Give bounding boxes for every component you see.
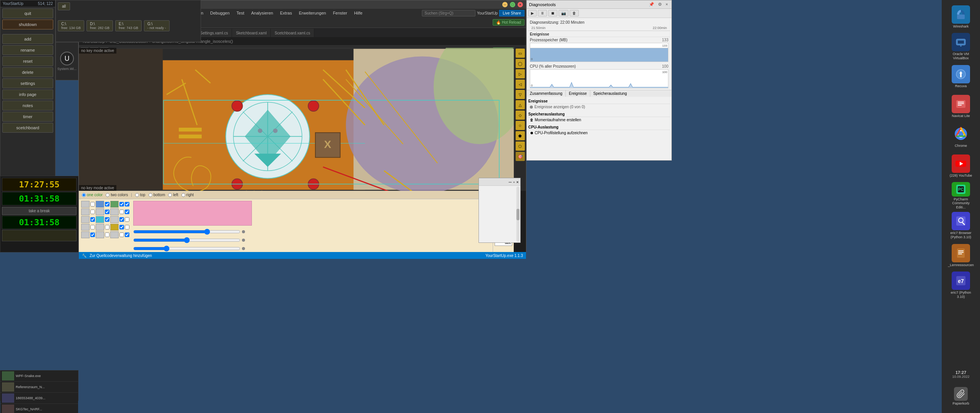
checkbox-3a[interactable] (90, 217, 95, 222)
search-box[interactable]: Suchen (Strg+Q) (422, 10, 475, 16)
checkbox-3b[interactable] (105, 217, 109, 222)
diag-toolbar-btn-1[interactable]: ▶ (528, 10, 537, 16)
color-cell-1[interactable] (81, 201, 90, 208)
drive-d[interactable]: D:\ free: 282 GB (87, 20, 113, 31)
color-cell-13[interactable] (81, 231, 90, 238)
color-cell-4[interactable] (81, 208, 90, 215)
color-cell-10[interactable] (81, 224, 90, 231)
task-skgtec[interactable]: SKGTec_NARF... (0, 404, 78, 413)
scetchboard-button[interactable]: scetchboard (2, 123, 53, 133)
taskbar-icon-lernressourcen[interactable]: _Lernressourcen (947, 242, 975, 269)
float-panel-2-close[interactable]: × (516, 180, 519, 184)
diag-toolbar-btn-3[interactable]: ⏹ (548, 10, 557, 16)
taskbar-icon-virtualbox[interactable]: Oracle VM VirtualBox (947, 33, 975, 60)
taskbar-icon-eric7-browser[interactable]: eric7 Browser (Python 3.10) (947, 212, 975, 239)
menu-test[interactable]: Test (234, 10, 247, 16)
live-share-button[interactable]: Live Share (499, 10, 524, 16)
diag-toolbar-btn-5[interactable]: 🗑 (570, 10, 579, 16)
taskbar-icon-navicat[interactable]: Navicat Lite (947, 93, 975, 120)
taskbar-icon-paperclip[interactable]: Papierkorb (947, 382, 975, 410)
diag-close-icon[interactable]: × (665, 2, 669, 7)
diag-snapshot-btn[interactable]: 🗑 Momentaufnahme erstellen (528, 117, 670, 123)
settings-button[interactable]: settings (2, 78, 53, 88)
color-cell-12[interactable] (110, 224, 119, 231)
taskbar-icon-pycharm[interactable]: PC PyCharm Community Editi... (947, 182, 975, 210)
side-icon-2[interactable]: ◯ (516, 59, 525, 68)
timer-button[interactable]: timer (2, 112, 53, 122)
side-icon-1[interactable]: ▭ (516, 49, 525, 58)
slider-3[interactable] (133, 246, 240, 252)
color-cell-15[interactable] (110, 231, 119, 238)
checkbox-5d[interactable] (125, 233, 129, 237)
diag-tab-summary[interactable]: Zusammenfassung (527, 90, 566, 97)
menu-fenster[interactable]: Fenster (330, 10, 350, 16)
checkbox-2c[interactable] (119, 210, 124, 214)
checkbox-1d[interactable] (125, 202, 129, 206)
info-page-button[interactable]: info page (2, 89, 53, 99)
checkbox-2b[interactable] (105, 210, 109, 214)
checkbox-3d[interactable] (125, 217, 129, 222)
menu-erweiterungen[interactable]: Erweiterungen (296, 10, 329, 16)
rename-button[interactable]: rename (2, 45, 53, 55)
drive-g[interactable]: G:\ - not ready - (144, 20, 170, 31)
taskbar-icon-youtube[interactable]: (228) YouTube (947, 152, 975, 180)
checkbox-1c[interactable] (119, 202, 124, 206)
side-icon-8[interactable]: ☆ (516, 121, 525, 130)
reset-button[interactable]: reset (2, 56, 53, 66)
taskbar-icon-chrome[interactable]: Chrome (947, 122, 975, 150)
color-cell-14[interactable] (96, 231, 104, 238)
color-cell-2[interactable] (96, 201, 104, 208)
diag-pin-icon[interactable]: 📌 (648, 2, 655, 7)
hot-reload-button[interactable]: 🔥 Hot Reload (493, 19, 524, 26)
diag-settings-icon[interactable]: ⚙ (657, 2, 663, 7)
quit-button[interactable]: quit (2, 8, 53, 18)
checkbox-1a[interactable] (90, 202, 95, 206)
close-button[interactable]: × (518, 2, 523, 7)
diag-tab-memory[interactable]: Speicherauslastung (590, 90, 630, 97)
menu-extras[interactable]: Extras (277, 10, 295, 16)
taskbar-icon-wireshark[interactable]: Wireshark (947, 3, 975, 31)
float-panel-2-box[interactable]: ▫ (513, 180, 515, 184)
color-cell-11[interactable] (96, 224, 104, 231)
task-wpf-snake[interactable]: WPF-Snake.exe (0, 371, 78, 382)
scrollbar-vertical[interactable] (516, 187, 519, 242)
side-icon-7[interactable]: ◇ (516, 111, 525, 120)
diag-toolbar-btn-4[interactable]: 📷 (559, 10, 568, 16)
tab-scetchboard-cs[interactable]: Scetchboard.xaml.cs (271, 29, 314, 37)
task-referenz[interactable]: Referenzraum_N... (0, 382, 78, 393)
side-icon-4[interactable]: ◁ (516, 80, 525, 89)
side-icon-3[interactable]: ▷ (516, 69, 525, 78)
notes-button[interactable]: notes (2, 101, 53, 111)
drive-e[interactable]: E:\ free: 743 GB (115, 20, 142, 31)
add-button[interactable]: add (2, 34, 53, 44)
checkbox-4c[interactable] (119, 225, 124, 229)
menu-analysieren[interactable]: Analysieren (248, 10, 276, 16)
taskbar-icon-eric7[interactable]: e7 eric7 (Python 3.10) (947, 272, 975, 299)
delete-button[interactable]: delete (2, 67, 53, 77)
minimize-button[interactable]: ─ (502, 2, 508, 7)
slider-1[interactable] (133, 229, 240, 235)
all-drives-button[interactable]: all (58, 2, 70, 10)
menu-hilfe[interactable]: Hilfe (351, 10, 366, 16)
checkbox-2a[interactable] (90, 210, 95, 214)
radio-right[interactable]: right (181, 193, 194, 197)
checkbox-5b[interactable] (105, 233, 109, 237)
drive-c[interactable]: C:\ free: 134 GB (58, 20, 84, 31)
checkbox-4b[interactable] (105, 225, 109, 229)
float-panel-2-minus[interactable]: ─ (509, 180, 512, 184)
taskbar-icon-recuva[interactable]: Recuva (947, 63, 975, 90)
side-icon-5[interactable]: ▽ (516, 90, 525, 99)
color-cell-7[interactable] (81, 216, 90, 223)
color-cell-6[interactable] (110, 208, 119, 215)
color-cell-9[interactable] (110, 216, 119, 223)
diag-cpu-profile-btn[interactable]: ⏺ CPU-Profilstellung aufzeichnen (528, 130, 670, 136)
color-cell-3[interactable] (110, 201, 119, 208)
radio-two-colors[interactable]: two colors (106, 193, 128, 197)
slider-2[interactable] (133, 237, 240, 243)
checkbox-2d[interactable] (125, 210, 129, 214)
side-icon-6[interactable]: △ (516, 100, 525, 109)
side-icon-10[interactable]: ⬡ (516, 141, 525, 151)
color-cell-8[interactable] (96, 216, 104, 223)
diag-toolbar-btn-2[interactable]: ⏸ (538, 10, 547, 16)
radio-one-color[interactable]: one color (82, 193, 103, 197)
